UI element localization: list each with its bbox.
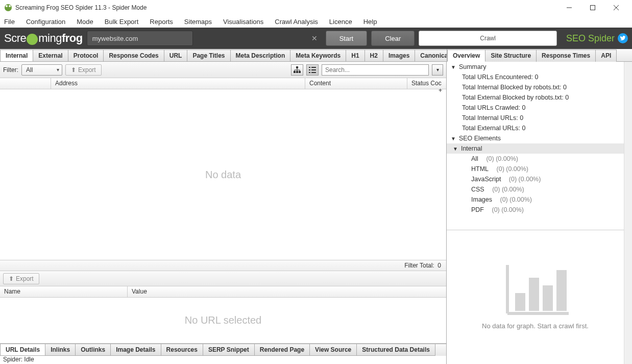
svg-rect-26	[556, 270, 567, 311]
tree-view-button[interactable]	[291, 64, 303, 76]
btab-image-details[interactable]: Image Details	[110, 344, 161, 356]
filter-total-value: 0	[437, 262, 441, 269]
window-title: Screaming Frog SEO Spider 11.3 - Spider …	[15, 4, 147, 11]
tab-h1[interactable]: H1	[346, 50, 364, 61]
menu-bulk-export[interactable]: Bulk Export	[105, 18, 138, 26]
tree-stat[interactable]: Total URLs Encountered: 0	[447, 72, 624, 82]
table-header: Address Content Status Coc +	[0, 78, 446, 89]
clear-button[interactable]: Clear	[371, 31, 415, 46]
lower-table-header: Name Value	[0, 286, 446, 298]
start-button[interactable]: Start	[326, 31, 367, 46]
tree-stat[interactable]: Total Internal URLs: 0	[447, 113, 624, 123]
lower-export-button[interactable]: ⬆ Export	[3, 273, 39, 284]
minimize-button[interactable]	[557, 0, 581, 15]
menu-visualisations[interactable]: Visualisations	[223, 18, 263, 26]
twitter-icon[interactable]	[618, 33, 628, 43]
btab-serp-snippet[interactable]: SERP Snippet	[203, 344, 255, 356]
menu-help[interactable]: Help	[363, 18, 377, 26]
col-status[interactable]: Status Coc +	[407, 78, 446, 89]
btab-structured-data[interactable]: Structured Data Details	[356, 344, 435, 356]
tree-stat[interactable]: Total Internal Blocked by robots.txt: 0	[447, 82, 624, 92]
tab-meta-description[interactable]: Meta Description	[230, 50, 291, 61]
tree-stat[interactable]: Total External Blocked by robots.txt: 0	[447, 92, 624, 103]
maximize-button[interactable]	[581, 0, 604, 15]
tab-protocol[interactable]: Protocol	[68, 50, 104, 61]
menu-reports[interactable]: Reports	[150, 18, 173, 26]
tab-images[interactable]: Images	[383, 50, 415, 61]
menu-configuration[interactable]: Configuration	[26, 18, 65, 26]
filter-bar: Filter: All ⬆ Export ▾	[0, 62, 446, 78]
tree-type-js[interactable]: JavaScript (0) (0.00%)	[447, 174, 624, 184]
col-content[interactable]: Content	[305, 78, 407, 89]
url-input[interactable]	[87, 31, 193, 46]
scrollbar[interactable]	[624, 62, 632, 364]
filter-value: All	[26, 66, 33, 74]
col-name[interactable]: Name	[0, 286, 128, 297]
logo: Scremingfrog	[4, 32, 83, 45]
menu-sitemaps[interactable]: Sitemaps	[184, 18, 212, 26]
tab-internal[interactable]: Internal	[0, 50, 33, 61]
svg-rect-25	[543, 285, 553, 311]
filter-total: Filter Total: 0	[0, 260, 446, 271]
btab-inlinks[interactable]: Inlinks	[45, 344, 76, 356]
tab-overview[interactable]: Overview	[447, 50, 485, 62]
tree-type-css[interactable]: CSS (0) (0.00%)	[447, 184, 624, 195]
tree-type-name: PDF	[471, 206, 484, 213]
col-value[interactable]: Value	[128, 286, 446, 297]
btab-resources[interactable]: Resources	[161, 344, 203, 356]
tab-api[interactable]: API	[595, 50, 617, 62]
tree-type-pdf[interactable]: PDF (0) (0.00%)	[447, 205, 624, 215]
btab-outlinks[interactable]: Outlinks	[75, 344, 111, 356]
chevron-down-icon: ▼	[453, 146, 458, 152]
filter-combo[interactable]: All	[21, 64, 62, 76]
close-button[interactable]	[604, 0, 628, 15]
tab-h2[interactable]: H2	[364, 50, 383, 61]
no-url-message: No URL selected	[0, 298, 446, 344]
tree-type-count: (0) (0.00%)	[492, 186, 524, 193]
btab-url-details[interactable]: URL Details	[0, 344, 45, 356]
tab-external[interactable]: External	[33, 50, 68, 61]
export-button[interactable]: ⬆ Export	[65, 64, 102, 76]
graph-message: No data for graph. Start a crawl first.	[482, 322, 589, 330]
svg-rect-15	[309, 67, 310, 68]
tab-meta-keywords[interactable]: Meta Keywords	[290, 50, 346, 61]
tree-stat[interactable]: Total URLs Crawled: 0	[447, 103, 624, 113]
svg-rect-20	[311, 72, 316, 73]
brand-label: SEO Spider	[566, 33, 615, 44]
btab-view-source[interactable]: View Source	[309, 344, 357, 356]
tree-seo-elements[interactable]: ▼SEO Elements	[447, 133, 624, 143]
tree-summary[interactable]: ▼Summary	[447, 62, 624, 72]
menu-licence[interactable]: Licence	[329, 18, 352, 26]
filter-total-label: Filter Total:	[404, 262, 434, 269]
menu-crawl-analysis[interactable]: Crawl Analysis	[275, 18, 318, 26]
tab-url[interactable]: URL	[164, 50, 188, 61]
tree-stat[interactable]: Total External URLs: 0	[447, 123, 624, 133]
menu-mode[interactable]: Mode	[77, 18, 93, 26]
titlebar: Screaming Frog SEO Spider 11.3 - Spider …	[0, 0, 632, 15]
tree-type-count: (0) (0.00%)	[486, 155, 518, 162]
list-view-button[interactable]	[306, 64, 319, 76]
menu-file[interactable]: File	[4, 18, 15, 26]
tab-site-structure[interactable]: Site Structure	[485, 50, 537, 62]
menubar: File Configuration Mode Bulk Export Repo…	[0, 15, 632, 28]
col-address[interactable]: Address	[51, 78, 305, 89]
tab-response-codes[interactable]: Response Codes	[103, 50, 164, 61]
tree-type-html[interactable]: HTML (0) (0.00%)	[447, 164, 624, 174]
tab-response-times[interactable]: Response Times	[536, 50, 596, 62]
chevron-down-icon: ▼	[451, 136, 456, 141]
svg-rect-18	[311, 69, 316, 70]
tree-type-all[interactable]: All (0) (0.00%)	[447, 154, 624, 164]
search-input[interactable]	[322, 64, 429, 76]
export-label: Export	[78, 66, 96, 74]
btab-rendered-page[interactable]: Rendered Page	[254, 344, 310, 356]
search-dropdown[interactable]: ▾	[432, 64, 443, 76]
tree-type-images[interactable]: Images (0) (0.00%)	[447, 195, 624, 205]
tab-canonicals[interactable]: Canonicals	[415, 50, 447, 61]
frog-icon	[27, 34, 38, 45]
logo-text: Scre	[4, 32, 26, 45]
export-icon: ⬆	[71, 66, 76, 74]
svg-rect-7	[296, 66, 298, 68]
tree-internal[interactable]: ▼Internal	[447, 143, 624, 154]
tab-page-titles[interactable]: Page Titles	[187, 50, 230, 61]
clear-url-icon[interactable]: ✕	[311, 34, 318, 42]
